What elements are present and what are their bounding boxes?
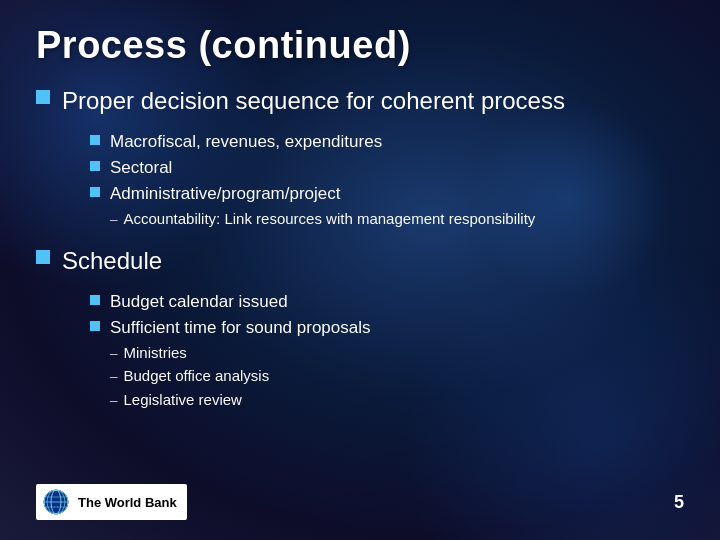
sub-section-2: Budget calendar issued Sufficient time f… xyxy=(36,290,684,412)
sub-bullet-4-text: Budget calendar issued xyxy=(110,290,288,314)
dash-3-text: Budget office analysis xyxy=(124,365,270,388)
sub-bullet-square-3 xyxy=(90,187,100,197)
dash-item-4: – Legislative review xyxy=(110,389,684,412)
dash-symbol-3: – xyxy=(110,365,118,388)
dash-symbol-1: – xyxy=(110,208,118,231)
sub-section-1: Macrofiscal, revenues, expenditures Sect… xyxy=(36,130,684,231)
slide: Process (continued) Proper decision sequ… xyxy=(0,0,720,540)
sub-bullet-2-text: Sectoral xyxy=(110,156,172,180)
globe-icon xyxy=(42,488,70,516)
sub-bullet-1: Macrofiscal, revenues, expenditures xyxy=(90,130,684,154)
world-bank-label: The World Bank xyxy=(78,495,177,510)
sub-bullet-3: Administrative/program/project xyxy=(90,182,684,206)
main-bullet-1-text: Proper decision sequence for coherent pr… xyxy=(62,85,565,116)
slide-footer: The World Bank 5 xyxy=(36,480,684,520)
main-bullet-1: Proper decision sequence for coherent pr… xyxy=(36,85,684,116)
sub-bullet-2: Sectoral xyxy=(90,156,684,180)
sub-bullet-4: Budget calendar issued xyxy=(90,290,684,314)
bullet-square-2 xyxy=(36,250,50,264)
dash-2-text: Ministries xyxy=(124,342,187,365)
dash-item-1: – Accountability: Link resources with ma… xyxy=(110,208,684,231)
bullet-square-1 xyxy=(36,90,50,104)
page-number: 5 xyxy=(674,492,684,513)
sub-bullet-square-5 xyxy=(90,321,100,331)
dash-4-text: Legislative review xyxy=(124,389,242,412)
sub-bullet-square-4 xyxy=(90,295,100,305)
dash-1-text: Accountability: Link resources with mana… xyxy=(124,208,536,231)
sub-bullet-1-text: Macrofiscal, revenues, expenditures xyxy=(110,130,382,154)
sub-bullet-square-1 xyxy=(90,135,100,145)
sub-bullet-5-text: Sufficient time for sound proposals xyxy=(110,316,371,340)
sub-bullet-square-2 xyxy=(90,161,100,171)
slide-content: Proper decision sequence for coherent pr… xyxy=(36,85,684,472)
dash-item-2: – Ministries xyxy=(110,342,684,365)
main-bullet-2-text: Schedule xyxy=(62,245,162,276)
slide-title: Process (continued) xyxy=(36,24,684,67)
sub-bullet-3-text: Administrative/program/project xyxy=(110,182,341,206)
dash-symbol-2: – xyxy=(110,342,118,365)
dash-symbol-4: – xyxy=(110,389,118,412)
sub-bullet-5: Sufficient time for sound proposals xyxy=(90,316,684,340)
main-bullet-2: Schedule xyxy=(36,245,684,276)
world-bank-logo: The World Bank xyxy=(36,484,187,520)
dash-item-3: – Budget office analysis xyxy=(110,365,684,388)
